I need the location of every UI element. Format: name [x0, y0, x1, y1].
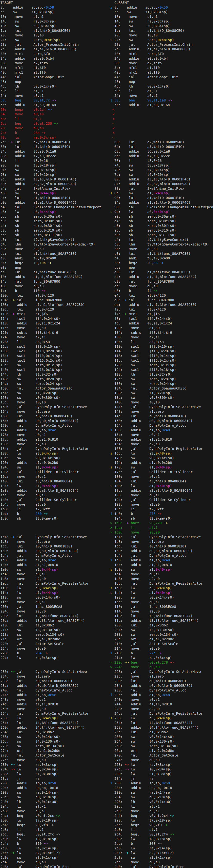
asm-text-segment: nop [15, 80, 33, 84]
asm-row: > 224: move a0,s0 [0, 665, 213, 670]
asm-text-segment: addiu [15, 149, 33, 153]
asm-text-segment [110, 744, 114, 748]
asm-text-segment [110, 219, 114, 223]
target-cell: 60: beqz v0,1c4 ~> [0, 107, 106, 112]
asm-text-segment: ~> [11, 535, 17, 539]
asm-text-segment: e4: [0, 261, 9, 265]
asm-text-segment: 1f4: [114, 609, 125, 613]
asm-text-segment: a3,%hi(D_80A88CB4) [35, 479, 72, 483]
asm-text-segment [11, 777, 17, 780]
current-cell: 198: move a2,s0 [106, 502, 213, 507]
asm-row: b0: addiu a1,a1,%lo(D_06001F4C) 94: addi… [0, 200, 213, 205]
current-cell: i 1c8: addiu a1,sp,0x48 [106, 558, 213, 563]
current-cell: 268: sw zero,0x134(s0) [106, 744, 213, 748]
asm-row: 160: jal DynaPolyInfo_SetActorMove 144: … [0, 405, 213, 409]
asm-text-segment: a3,%hi(D_06001F4C) [33, 145, 71, 149]
asm-text-segment: addiu [129, 149, 147, 153]
asm-text-segment: 0x48(sp) [155, 716, 172, 720]
asm-row: 120: sub.s $f8,$f4,$f6 104: sub.s $f8,$f… [0, 330, 213, 335]
asm-text-segment: addiu [131, 489, 149, 492]
asm-text-segment [110, 851, 114, 855]
asm-text-segment: v0,2f8 [35, 823, 48, 827]
asm-text-segment [11, 349, 17, 353]
asm-text-segment [110, 344, 114, 348]
target-cell: 68: li at,1 [0, 117, 106, 121]
asm-row: 2c0: lw t8,0x18(sp) 2b8: lw t8,0x18(sp) [0, 837, 213, 841]
asm-text-segment [11, 326, 17, 330]
asm-text-segment: 38: [0, 61, 9, 65]
asm-text-segment: 2d4: [0, 860, 11, 864]
asm-text-segment: a1,%hi(D_80A88CE0) [147, 29, 184, 33]
target-cell: 200: jal func_8003ECA8 [0, 604, 106, 609]
asm-text-segment: addiu [17, 684, 35, 687]
asm-text-segment: move [131, 442, 149, 446]
asm-text-segment: | [110, 98, 114, 102]
asm-text-segment: sw [15, 19, 33, 23]
asm-text-segment [125, 781, 131, 785]
asm-text-segment: a1,a1,0x2d0e [149, 637, 174, 641]
asm-text-segment: 84: [0, 149, 9, 153]
asm-text-segment: 2b8: [114, 837, 125, 841]
asm-text-segment: ra,0x14(sp) [149, 846, 172, 850]
asm-text-segment [110, 702, 114, 706]
asm-text-segment: sw [17, 595, 35, 599]
target-cell: f8: move a0,s0 [0, 284, 106, 288]
asm-text-segment [125, 517, 131, 520]
asm-text-segment: t3,t3,%lo(func_80A87F44) [149, 619, 199, 622]
asm-text-segment: sb [15, 228, 33, 232]
asm-row: 268: sw v0,0x14c(s0) 260: sw v0,0x14c(s0… [0, 735, 213, 739]
asm-text-segment: a8: [0, 191, 9, 195]
asm-text-segment [125, 744, 131, 748]
asm-text-segment: t2,0xff [35, 507, 50, 511]
asm-text-segment: nop [15, 266, 33, 270]
asm-text-segment [125, 725, 131, 730]
target-cell: 218: sw zero,0x134(s0) [0, 632, 106, 637]
asm-text-segment: lui [17, 414, 35, 418]
asm-row: 28c: jr ra 284: jr ra [0, 776, 213, 781]
asm-text-segment: li [17, 340, 35, 344]
asm-text-segment: 280: [0, 763, 11, 767]
asm-text-segment: jal [17, 670, 35, 674]
asm-row: 23c: addiu a0,a0,%lo(D_0600BA8C) 234: ad… [0, 683, 213, 688]
asm-text-segment [11, 517, 17, 520]
asm-text-segment: sw [131, 856, 149, 860]
asm-text-segment [110, 145, 114, 149]
asm-text-segment: 150: [114, 419, 125, 423]
asm-text-segment [110, 214, 114, 218]
asm-text-segment: 278: [0, 753, 11, 757]
target-cell: 294: addiu sp,sp,-0x18 [0, 785, 106, 790]
asm-text-segment: 128: [0, 340, 11, 344]
asm-text-segment: 0x4c(sp) [42, 586, 58, 590]
asm-text-segment [9, 210, 15, 214]
asm-text-segment: c4: [114, 256, 123, 260]
asm-text-segment [11, 651, 17, 655]
asm-text-segment: a0,s0 [149, 400, 159, 404]
asm-row: 74: b 284 ~> < [0, 130, 213, 135]
asm-text-segment: t2,0xae(s0) [35, 517, 58, 520]
asm-text-segment: jal [17, 865, 35, 868]
asm-text-segment [9, 94, 15, 98]
asm-text-segment: 128: [114, 372, 125, 376]
asm-text-segment [11, 814, 17, 818]
asm-text-segment [9, 252, 15, 255]
asm-text-segment [9, 38, 15, 42]
asm-text-segment: 288: [114, 781, 125, 785]
asm-text-segment: 160: [114, 437, 125, 441]
asm-text-segment [125, 493, 131, 497]
current-header: CURRENT [106, 0, 213, 5]
asm-text-segment: i [110, 693, 114, 697]
asm-text-segment: 22c: [0, 656, 11, 660]
asm-text-segment: a1,s0,0x2b0 [35, 461, 58, 465]
current-cell: 60: lui a2,%hi(D_0600B9A8) [106, 140, 213, 145]
asm-text-segment [110, 242, 114, 246]
asm-text-segment: 110 [33, 289, 39, 293]
asm-text-segment: mfc1 [15, 70, 33, 74]
asm-row: 64: move a0,s0 < [0, 112, 213, 117]
asm-text-segment: 1b8: [114, 539, 125, 544]
asm-text-segment [9, 200, 15, 205]
asm-text-segment: b [131, 512, 149, 516]
current-cell: 1ec: move a0,s1 [106, 600, 213, 604]
asm-row: c4: sb zero,0x30f(s0) a8: sb zero,0x30f(… [0, 223, 213, 228]
asm-text-segment [110, 642, 114, 646]
asm-text-segment: 2a0: [114, 809, 125, 813]
